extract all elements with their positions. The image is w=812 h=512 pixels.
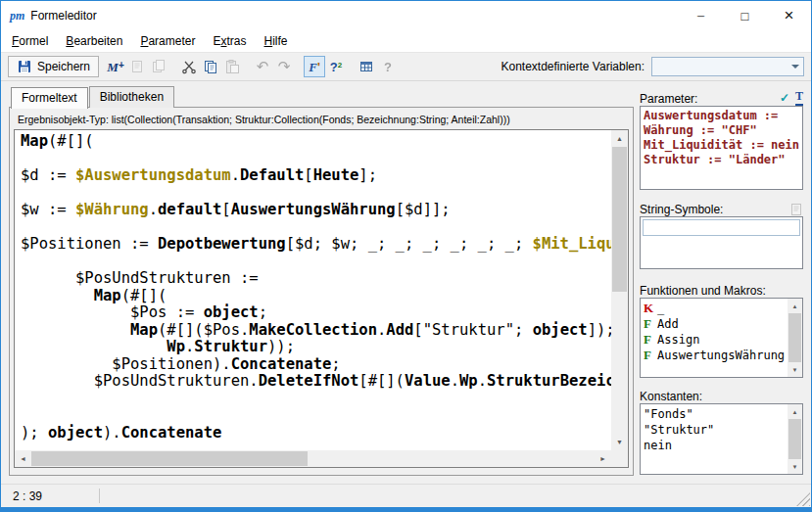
help-icon[interactable] [377,56,399,77]
formula-editor[interactable]: Map(#[]( $d := $Auswertungsdatum.Default… [14,129,629,468]
save-button-label: Speichern [37,60,90,73]
function-type-icon: F [644,332,657,348]
cut-icon[interactable] [178,56,200,77]
constants-scrollbar[interactable] [788,404,802,474]
app-logo-icon: pm [10,9,24,23]
context-variables-combobox[interactable] [651,57,804,76]
code-line: $Pos := object; [21,304,611,322]
code-line: ); object).Concatenate [21,425,611,442]
parameter-list[interactable]: Auswertungsdatum := Währung := "CHF"Mit_… [640,106,803,190]
paste-icon[interactable] [221,56,243,77]
parameter-item[interactable]: Auswertungsdatum := [644,109,799,123]
chevron-down-icon[interactable] [788,61,803,72]
scroll-down-button[interactable] [611,434,628,450]
functions-list[interactable]: K_FAddFAssignFAuswertungsWährung [640,298,803,378]
function-item[interactable]: FAssign [644,332,788,348]
vertical-scroll-thumb[interactable] [612,147,627,292]
formeleditor-window: pm Formeleditor FormelBearbeitenParamete… [0,0,812,512]
maximize-button[interactable] [723,1,767,30]
tab-formeltext[interactable]: Formeltext [11,87,88,109]
insert-parameter-icon[interactable] [105,56,126,77]
function-type-icon: F [644,316,657,332]
parameter-label: Parameter: [640,92,697,106]
code-line [21,185,611,203]
tab-row: Formeltext Bibliotheken [9,86,634,108]
scroll-down-button[interactable] [788,459,802,474]
menu-item-formel[interactable]: Formel [3,31,57,51]
scroll-up-button[interactable] [788,299,802,313]
function-type-icon: F [644,348,657,363]
function-item[interactable]: FAdd [644,316,788,332]
formula-tab-control: Formeltext Bibliotheken Ergebnisobjekt-T… [9,86,634,476]
code-line: $Positionen := Depotbewertung[$d; $w; _;… [21,236,611,254]
insert-text-icon[interactable] [795,89,803,106]
functions-scrollbar[interactable] [788,299,802,377]
toolbar-icon-group [105,56,399,77]
context-variables-label: Kontextdefinierte Variablen: [501,60,645,73]
minimize-button[interactable] [679,1,723,30]
scroll-up-button[interactable] [611,130,628,147]
parameter-item[interactable]: Währung := "CHF" [644,123,799,138]
code-line: $w := $Währung.default[AuswertungsWährun… [21,202,611,219]
copy-icon[interactable] [200,56,221,77]
menu-item-hilfe[interactable]: Hilfe [256,31,297,51]
code-line: Map(#[]($Pos.MakeCollection.Add["Struktu… [21,322,611,340]
function-name: Add [657,317,679,331]
constant-item[interactable]: "Struktur" [644,422,788,438]
functions-items: K_FAddFAssignFAuswertungsWährung [641,299,788,377]
formeltext-tab-page: Ergebnisobjekt-Typ: list(Collection(Tran… [9,107,634,476]
function-item[interactable]: K_ [644,301,788,316]
constants-list[interactable]: "Fonds""Struktur"nein [640,403,803,475]
code-line: Map(#[]( [21,133,611,151]
function-type-icon: K [644,301,657,316]
string-symbols-icon[interactable] [789,203,803,216]
save-icon [17,59,32,74]
code-line: $d := $Auswertungsdatum.Default[Heute]; [21,167,611,185]
menu-item-extras[interactable]: Extras [204,31,255,51]
close-button[interactable] [767,1,811,30]
syntax-check-icon[interactable] [325,56,347,77]
scroll-up-button[interactable] [788,404,802,419]
string-symbols-label: String-Symbole: [640,203,723,216]
code-line: $PosUndStrukturen.DeleteIfNot[#[](Value.… [21,373,611,391]
duplicate-parameter-icon[interactable] [148,56,169,77]
redo-icon[interactable] [273,56,295,77]
scroll-thumb[interactable] [788,313,801,362]
undo-icon[interactable] [252,56,273,77]
apply-parameter-icon[interactable] [780,89,789,106]
constant-item[interactable]: "Fonds" [644,406,788,422]
code-line: Wp.Struktur)); [21,339,611,356]
code-line: $Positionen).Concatenate; [21,356,611,374]
tab-bibliotheken[interactable]: Bibliotheken [89,86,174,108]
parameter-item[interactable]: Mit_Liquidität := nein [644,138,799,153]
editor-horizontal-scrollbar[interactable] [15,450,611,467]
format-formula-icon[interactable] [304,56,325,77]
title-bar: pm Formeleditor [1,1,811,30]
functions-label: Funktionen und Makros: [640,284,766,298]
scroll-thumb[interactable] [788,419,801,459]
resize-grip[interactable] [796,492,810,506]
status-bar: 2 : 39 [1,484,811,507]
code-line [21,407,611,425]
code-line [21,254,611,271]
menu-item-parameter[interactable]: Parameter [131,31,204,51]
constants-label: Konstanten: [640,390,702,403]
menu-item-bearbeiten[interactable]: Bearbeiten [57,31,131,51]
horizontal-scroll-thumb[interactable] [31,451,308,466]
string-symbols-list[interactable] [640,216,803,269]
library-icon[interactable] [356,56,377,77]
code-line [21,219,611,237]
save-button[interactable]: Speichern [8,56,99,77]
scroll-left-button[interactable] [15,450,31,467]
cursor-position: 2 : 39 [1,489,99,503]
scroll-down-button[interactable] [788,362,802,377]
scroll-right-button[interactable] [595,450,611,467]
constant-item[interactable]: nein [644,438,788,453]
formula-code[interactable]: Map(#[]( $d := $Auswertungsdatum.Default… [15,130,611,450]
edit-parameter-icon[interactable] [126,56,148,77]
editor-vertical-scrollbar[interactable] [611,130,628,450]
main-area: Formeltext Bibliotheken Ergebnisobjekt-T… [1,81,811,484]
string-symbol-empty-row[interactable] [643,219,800,236]
parameter-item[interactable]: Struktur := "Länder" [644,153,799,167]
function-item[interactable]: FAuswertungsWährung [644,348,788,363]
